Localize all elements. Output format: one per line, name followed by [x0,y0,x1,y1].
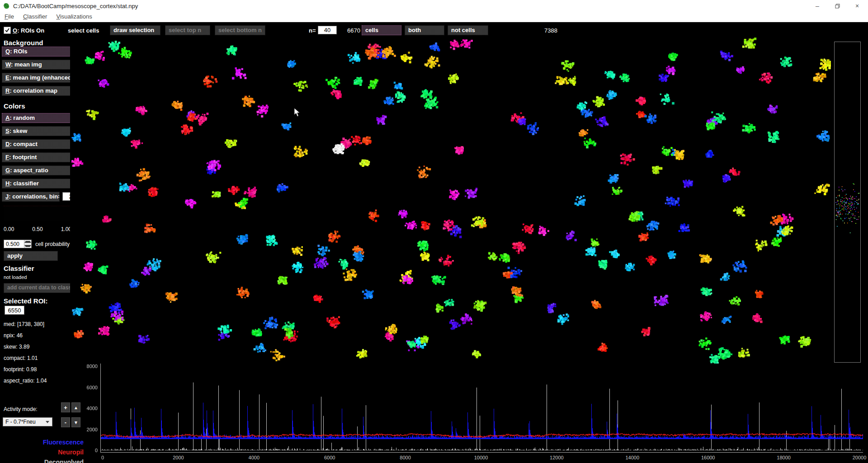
mouse-cursor-icon [294,108,300,117]
select-cells-label: select cells [68,27,99,34]
zoom-in-button[interactable]: + [61,402,70,412]
restore-icon [835,4,840,9]
button-q-rois[interactable]: Q: ROIs [2,47,81,57]
roi-stat: npix: 46 [4,332,23,339]
button-r-correlation-map[interactable]: R: correlation map [2,86,81,96]
minimap-canvas[interactable] [834,42,861,363]
add-to-classifier-button[interactable]: add current data to classifier [4,283,80,293]
x-tick-label: 18000 [771,455,797,460]
x-tick-label: 4000 [241,455,267,460]
menu-visualizations[interactable]: Visualizations [52,12,96,22]
menu-file[interactable]: File [0,12,19,22]
correlations-button[interactable]: J: correlations, bin= [2,192,60,202]
draw-selection-button[interactable]: draw selection [110,25,160,35]
button-d-compact[interactable]: D: compact [2,139,81,149]
colorbar-ticks: 0.000.501.00 [4,226,71,232]
button-s-skew[interactable]: S: skew [2,126,81,136]
cells-button[interactable]: cells [362,25,401,35]
chevron-down-icon [46,421,49,423]
button-e-mean-img-enhanced[interactable]: E: mean img (enhanced) [2,73,81,83]
button-a-random[interactable]: A: random [2,113,81,123]
minimize-button[interactable]: – [807,0,827,12]
select-bottom-n-button[interactable]: select bottom n [215,25,265,35]
roi-stat: med: [1738, 380] [4,321,44,327]
trace-canvas[interactable] [101,364,863,452]
x-tick-label: 12000 [544,455,569,460]
x-tick-label: 16000 [695,455,721,460]
x-tick-label: 10000 [468,455,494,460]
spinner-up-icon[interactable] [24,240,31,244]
zoom-out-button[interactable]: - [61,417,70,427]
cell-probability-value: 0.500 [4,240,24,248]
title-bar: C:/DATA/BootCamp/mesoscope_cortex/stat.n… [0,0,868,12]
n-input[interactable] [318,26,337,34]
trace-down-button[interactable]: ▼ [71,417,80,427]
n-label: n= [309,27,316,34]
apply-button[interactable]: apply [4,251,58,261]
legend-neuropil: Neuropil [2,449,84,456]
x-tick-label: 2000 [165,455,191,460]
button-w-mean-img[interactable]: W: mean img [2,60,81,70]
x-tick-label: 14000 [620,455,645,460]
activity-mode-value: F - 0.7*Fneu [5,419,46,425]
classifier-status: not loaded [4,274,27,280]
roi-stat: footprint: 0.98 [4,366,37,373]
rois-on-checkbox[interactable] [4,27,11,34]
selected-roi-input[interactable] [5,306,24,315]
y-tick-label: 6000 [77,385,98,390]
colorbar-tick: 0.50 [32,226,42,232]
x-tick-label: 6000 [317,455,342,460]
roi-stat: compact: 1.01 [4,355,38,361]
colors-header: Colors [4,102,25,110]
roi-field-canvas[interactable] [70,35,831,364]
spinner-down-icon[interactable] [24,244,31,248]
x-tick-label: 20000 [847,455,868,460]
activity-mode-dropdown[interactable]: F - 0.7*Fneu [3,417,52,426]
selected-roi-header: Selected ROI: [4,297,48,305]
legend-deconvolved: Deconvolved [2,458,84,463]
trace-plot-frame [100,364,863,453]
cell-probability-label: cell probability [35,241,70,247]
restore-button[interactable] [827,0,847,12]
not-cells-count: 7388 [544,27,557,34]
close-button[interactable]: × [847,0,867,12]
spinner-arrows[interactable] [24,240,31,248]
window-title: C:/DATA/BootCamp/mesoscope_cortex/stat.n… [13,3,138,9]
y-tick-label: 0 [77,448,98,453]
app-icon [3,2,10,9]
roi-stat: skew: 3.89 [4,344,29,350]
colorbar-tick: 0.00 [4,226,14,232]
legend-fluorescence: Fluorescence [2,439,84,446]
check-icon [4,27,10,33]
activity-mode-label: Activity mode: [4,406,38,412]
cells-count: 6670 [347,27,360,34]
not-cells-button[interactable]: not cells [448,25,488,35]
y-tick-label: 2000 [77,427,98,432]
y-tick-label: 8000 [77,364,98,369]
classifier-header: Classifier [4,265,34,272]
button-h-classifier[interactable]: H: classifier [2,179,81,189]
roi-stat: aspect_ratio: 1.04 [4,378,47,384]
y-tick-label: 4000 [77,406,98,411]
button-f-footprint[interactable]: F: footprint [2,152,81,162]
select-top-n-button[interactable]: select top n [165,25,210,35]
menu-classifier[interactable]: Classifier [19,12,52,22]
app-window: { "window": { "title": "C:/DATA/BootCamp… [0,0,868,463]
button-g-aspect-ratio[interactable]: G: aspect_ratio [2,165,81,175]
both-button[interactable]: both [405,25,444,35]
x-tick-label: 0 [90,455,115,460]
cell-probability-spinner[interactable]: 0.500 [4,240,32,248]
rois-on-label: O: ROIs On [13,27,44,34]
menu-bar: FileClassifierVisualizations [0,12,868,22]
background-header: Background [4,39,43,47]
x-tick-label: 8000 [393,455,418,460]
